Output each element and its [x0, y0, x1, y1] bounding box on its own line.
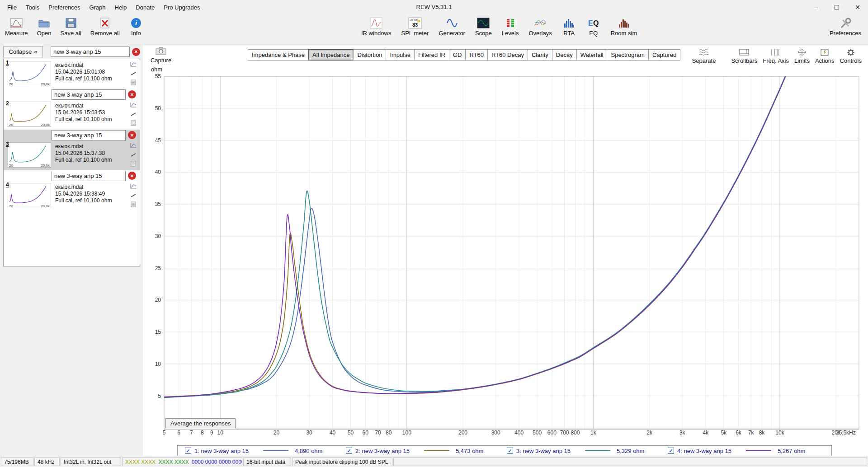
- card-notes-icon[interactable]: [131, 201, 136, 209]
- tab-filtered-ir[interactable]: Filtered IR: [414, 49, 449, 61]
- measurement-name-input[interactable]: [52, 130, 126, 140]
- tab-impulse[interactable]: Impulse: [386, 49, 415, 61]
- card-graph-icon[interactable]: [130, 102, 137, 109]
- spl-meter-icon: dB SPL83: [408, 17, 422, 29]
- overlays-button[interactable]: Overlays: [526, 15, 554, 38]
- svg-text:400: 400: [514, 430, 524, 436]
- menu-graph[interactable]: Graph: [85, 2, 110, 13]
- svg-text:60: 60: [363, 430, 369, 436]
- svg-text:45: 45: [155, 137, 161, 144]
- limits-button[interactable]: Limits: [792, 47, 812, 64]
- card-trace-icon[interactable]: [130, 152, 137, 159]
- tab-gd[interactable]: GD: [449, 49, 466, 61]
- scope-button[interactable]: Scope: [473, 15, 494, 38]
- scope-icon: [476, 17, 491, 29]
- tab-spectrogram[interactable]: Spectrogram: [607, 49, 648, 61]
- minimize-button[interactable]: –: [806, 0, 826, 14]
- measurement-name-input[interactable]: [52, 171, 126, 181]
- controls-button[interactable]: Controls: [837, 47, 864, 64]
- menu-help[interactable]: Help: [110, 2, 132, 13]
- trace-1-label: 1: new 3-way anp 15: [194, 448, 263, 454]
- remove-all-button[interactable]: Remove all: [88, 15, 122, 38]
- rta-button[interactable]: RTA: [560, 15, 579, 38]
- levels-button[interactable]: Levels: [500, 15, 521, 38]
- tab-impedance-phase[interactable]: Impedance & Phase: [248, 49, 309, 61]
- card-notes-icon[interactable]: [131, 79, 136, 87]
- ir-windows-button[interactable]: IR windows: [359, 15, 393, 38]
- measurement-cal: Full cal, ref 10,100 ohm: [55, 197, 112, 204]
- card-graph-icon[interactable]: [130, 61, 137, 68]
- measurement-card-2[interactable]: 20 20,0k 2 екыок.mdat 15.04.2026 15:03:5…: [4, 100, 140, 130]
- menu-preferences[interactable]: Preferences: [44, 2, 85, 13]
- measurement-name-input[interactable]: [52, 89, 126, 100]
- measurement-file: екыок.mdat: [55, 103, 112, 109]
- svg-text:500: 500: [533, 430, 542, 436]
- measurement-card-3[interactable]: 20 20,0k 3 екыок.mdat 15.04.2026 15:37:3…: [4, 140, 140, 170]
- impedance-chart[interactable]: 5101520253035404550555678910203040506070…: [143, 45, 868, 443]
- trace-4-checkbox[interactable]: ✓: [668, 448, 674, 454]
- thumb-axis-min: 20: [9, 123, 13, 127]
- measurement-card-4[interactable]: 20 20,0k 4 екыок.mdat 15.04.2026 15:38:4…: [4, 181, 140, 211]
- card-graph-icon[interactable]: [130, 183, 137, 190]
- tab-clarity[interactable]: Clarity: [528, 49, 552, 61]
- trace-2-checkbox[interactable]: ✓: [346, 448, 352, 454]
- actions-button[interactable]: Actions: [812, 47, 837, 64]
- spl-meter-button[interactable]: dB SPL83 SPL meter: [399, 15, 431, 38]
- delete-measurement-icon[interactable]: ✕: [128, 90, 136, 98]
- collapse-button[interactable]: Collapse «: [3, 46, 43, 57]
- capture-button[interactable]: Capture: [149, 47, 173, 64]
- measure-button[interactable]: Measure: [3, 15, 30, 38]
- card-notes-icon[interactable]: [131, 161, 136, 168]
- menu-pro-upgrades[interactable]: Pro Upgrades: [159, 2, 204, 13]
- card-notes-icon[interactable]: [131, 120, 136, 127]
- svg-text:600: 600: [547, 430, 557, 436]
- preferences-label: Preferences: [830, 30, 861, 37]
- tab-rt60-decay[interactable]: RT60 Decay: [487, 49, 528, 61]
- measurement-name-input[interactable]: [51, 47, 130, 57]
- eq-button[interactable]: EQ EQ: [584, 15, 603, 38]
- room-sim-button[interactable]: Room sim: [609, 15, 640, 38]
- scrollbars-button[interactable]: Scrollbars: [728, 47, 760, 64]
- close-button[interactable]: ✕: [847, 0, 868, 14]
- info-button[interactable]: i Info: [127, 15, 146, 38]
- card-trace-icon[interactable]: [130, 70, 137, 77]
- menu-donate[interactable]: Donate: [131, 2, 159, 13]
- tab-distortion[interactable]: Distortion: [353, 49, 386, 61]
- menu-tools[interactable]: Tools: [21, 2, 44, 13]
- menu-file[interactable]: File: [3, 2, 21, 13]
- average-responses-button[interactable]: Average the responses: [165, 418, 236, 428]
- tab-captured[interactable]: Captured: [648, 49, 680, 61]
- separate-button[interactable]: Separate: [689, 47, 719, 64]
- card-trace-icon[interactable]: [130, 111, 137, 118]
- trace-1-checkbox[interactable]: ✓: [185, 448, 191, 454]
- card-graph-icon[interactable]: [130, 143, 137, 149]
- preferences-button[interactable]: Preferences: [827, 15, 863, 38]
- svg-text:10: 10: [155, 361, 161, 367]
- measurement-thumbnail[interactable]: 20 20,0k: [8, 183, 51, 208]
- tab-all-impedance[interactable]: All Impedance: [308, 49, 354, 61]
- titlebar: REW V5.31.1 File Tools Preferences Graph…: [0, 0, 868, 14]
- tab-decay[interactable]: Decay: [552, 49, 577, 61]
- generator-button[interactable]: Generator: [436, 15, 467, 38]
- delete-measurement-icon[interactable]: ✕: [132, 48, 140, 56]
- measurement-thumbnail[interactable]: 20 20,0k: [8, 142, 51, 168]
- thumb-axis-min: 20: [9, 82, 13, 86]
- measurement-index: 3: [6, 141, 9, 147]
- delete-measurement-icon[interactable]: ✕: [128, 172, 136, 180]
- measurement-thumbnail[interactable]: 20 20,0k: [8, 61, 51, 86]
- open-folder-icon: [37, 17, 52, 29]
- trace-3-checkbox[interactable]: ✓: [507, 448, 513, 454]
- measurement-card-1[interactable]: 20 20,0k 1 екыок.mdat 15.04.2026 15:01:0…: [4, 59, 140, 89]
- measurement-thumbnail[interactable]: 20 20,0k: [8, 102, 51, 127]
- save-all-button[interactable]: Save all: [58, 15, 84, 38]
- open-button[interactable]: Open: [35, 15, 54, 38]
- delete-measurement-icon[interactable]: ✕: [128, 131, 136, 139]
- svg-text:50: 50: [348, 430, 354, 436]
- tab-waterfall[interactable]: Waterfall: [576, 49, 608, 61]
- info-label: Info: [131, 30, 141, 37]
- maximize-button[interactable]: ☐: [826, 0, 847, 14]
- freq-axis-button[interactable]: Freq. Axis: [760, 47, 792, 64]
- card-trace-icon[interactable]: [130, 192, 137, 199]
- tab-rt60[interactable]: RT60: [465, 49, 488, 61]
- io-format-status: Int32L in, Int32L out: [61, 458, 121, 466]
